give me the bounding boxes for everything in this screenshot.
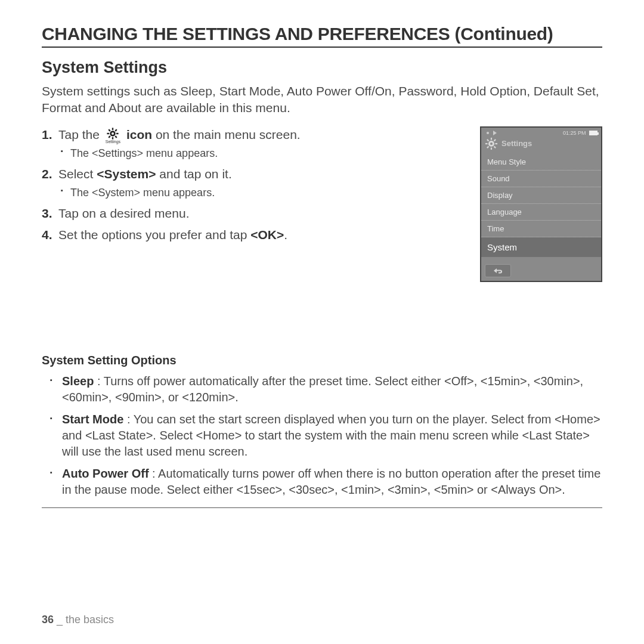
section-title: System Settings — [42, 58, 602, 77]
step1-sub: The <Settings> menu appears. — [58, 146, 468, 161]
page-footer: 36 _ the basics — [42, 614, 114, 626]
svg-rect-12 — [491, 138, 492, 140]
svg-point-10 — [487, 132, 489, 134]
svg-rect-8 — [115, 136, 117, 138]
page-number: 36 — [42, 614, 54, 626]
step1-text-c: on the main menu screen. — [152, 128, 301, 141]
svg-rect-14 — [485, 143, 488, 144]
svg-rect-19 — [494, 145, 496, 148]
svg-rect-6 — [109, 136, 111, 138]
intro-text: System settings such as Sleep, Start Mod… — [42, 83, 602, 117]
svg-point-20 — [490, 143, 493, 145]
menu-item-system[interactable]: System — [481, 237, 601, 257]
svg-rect-5 — [115, 129, 117, 131]
menu-item-sound[interactable]: Sound — [481, 171, 601, 187]
step-2: Select <System> and tap on it. The <Syst… — [42, 166, 468, 200]
gear-icon — [485, 130, 491, 136]
step4-text-a: Set the options you prefer and tap — [58, 228, 250, 242]
step2-sub: The <System> menu appears. — [58, 185, 468, 200]
footer-chapter: the basics — [66, 614, 114, 626]
device-status-bar: 01:25 PM — [481, 128, 601, 137]
step3-text: Tap on a desired menu. — [58, 206, 189, 220]
step4-text-b: . — [284, 228, 287, 242]
step2-text-b: and tap on it. — [156, 167, 231, 181]
option-sleep-label: Sleep — [62, 374, 94, 388]
play-icon — [493, 131, 497, 135]
step-4: Set the options you prefer and tap <OK>. — [42, 227, 468, 243]
menu-item-display[interactable]: Display — [481, 187, 601, 204]
option-start-mode: Start Mode : You can set the start scree… — [42, 411, 602, 460]
svg-rect-15 — [495, 143, 497, 144]
status-left-icons — [485, 130, 497, 136]
svg-rect-18 — [487, 139, 489, 141]
menu-item-time[interactable]: Time — [481, 221, 601, 237]
footer-sep: _ — [54, 614, 66, 626]
status-right: 01:25 PM — [563, 130, 597, 136]
svg-rect-17 — [487, 145, 489, 148]
option-auto-power-off: Auto Power Off : Automatically turns pow… — [42, 466, 602, 498]
step-1: Tap the — [42, 126, 468, 162]
option-auto-power-off-label: Auto Power Off — [62, 467, 149, 480]
option-start-mode-label: Start Mode — [62, 413, 123, 426]
page-title: CHANGING THE SETTINGS AND PREFERENCES (C… — [42, 24, 602, 48]
option-sleep: Sleep : Turns off power automatically af… — [42, 373, 602, 405]
options-title: System Setting Options — [42, 354, 602, 367]
svg-rect-1 — [112, 128, 113, 131]
svg-rect-7 — [109, 129, 111, 131]
step4-bold: <OK> — [250, 228, 284, 242]
step1-bold: icon — [126, 128, 152, 141]
device-header: Settings — [481, 137, 601, 154]
steps-list: Tap the — [42, 126, 468, 244]
gear-icon: Settings — [106, 127, 120, 144]
svg-rect-3 — [107, 133, 110, 134]
battery-icon — [589, 131, 597, 135]
two-column-layout: Tap the — [42, 126, 602, 282]
step1-text-a: Tap the — [58, 128, 100, 141]
gear-icon — [485, 137, 498, 150]
step2-bold: <System> — [97, 167, 156, 181]
device-header-title: Settings — [501, 139, 532, 148]
menu-item-language[interactable]: Language — [481, 204, 601, 221]
step-3: Tap on a desired menu. — [42, 205, 468, 222]
back-icon — [493, 267, 503, 275]
option-sleep-text: : Turns off power automatically after th… — [62, 374, 583, 404]
svg-rect-13 — [491, 147, 492, 150]
svg-point-9 — [112, 132, 114, 135]
option-start-mode-text: : You can set the start screen displayed… — [62, 413, 600, 458]
steps-column: Tap the — [42, 126, 468, 249]
menu-item-menu-style[interactable]: Menu Style — [481, 154, 601, 171]
svg-rect-16 — [494, 139, 496, 141]
options-list: Sleep : Turns off power automatically af… — [42, 373, 602, 508]
device-time: 01:25 PM — [563, 130, 586, 136]
device-menu-list: Menu Style Sound Display Language Time S… — [481, 154, 601, 257]
device-mock: 01:25 PM Settings — [480, 126, 602, 282]
gear-icon-label: Settings — [106, 140, 120, 144]
svg-rect-4 — [116, 133, 119, 134]
back-button[interactable] — [485, 264, 511, 277]
step2-text-a: Select — [58, 167, 97, 181]
